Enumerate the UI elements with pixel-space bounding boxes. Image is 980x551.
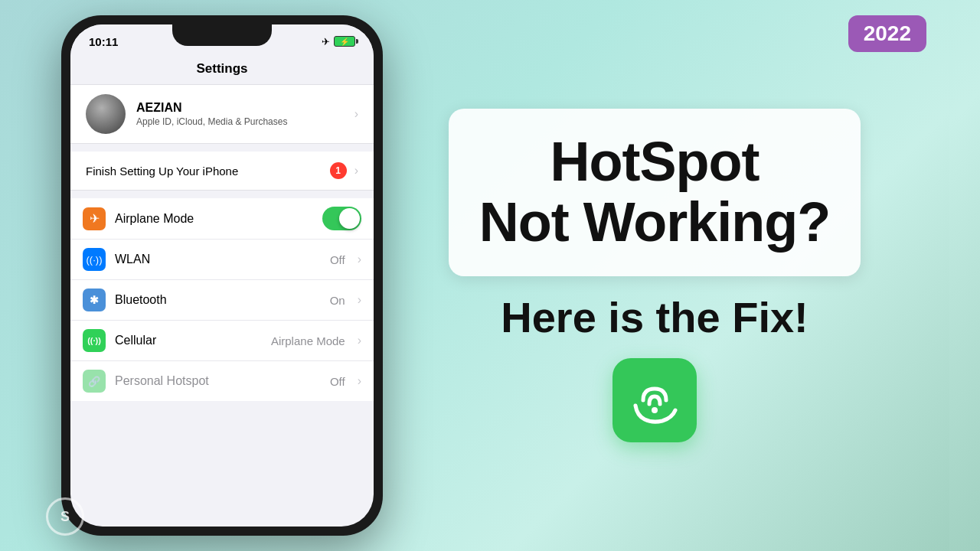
bluetooth-value: On [330,294,345,307]
battery-icon: ⚡ [334,36,355,47]
hotspot-chevron-icon: › [358,374,361,388]
right-panel: HotSpot Not Working? Here is the Fix! [383,109,919,442]
profile-row[interactable]: AEZIAN Apple ID, iCloud, Media & Purchas… [70,85,374,144]
wlan-value: Off [330,253,345,266]
svg-point-0 [652,407,658,413]
settings-section: ✈ Airplane Mode ((·)) WLAN Off › [70,198,374,401]
airplane-mode-toggle[interactable] [322,207,361,230]
finish-setup-badge: 1 [330,162,347,179]
finish-setup-chevron-icon: › [354,164,358,178]
app-icon-svg [628,373,681,427]
cellular-value: Airplane Mode [271,334,345,347]
battery-bolt-icon: ⚡ [340,37,349,46]
bluetooth-label: Bluetooth [115,293,321,307]
airplane-mode-row[interactable]: ✈ Airplane Mode [70,198,374,240]
airplane-mode-label: Airplane Mode [115,212,313,226]
toggle-knob [339,208,360,229]
year-badge: 2022 [848,15,926,52]
bluetooth-chevron-icon: › [358,293,361,307]
title-line2: Not Working? [479,192,831,253]
personal-hotspot-row[interactable]: 🔗 Personal Hotspot Off › [70,361,374,401]
bluetooth-icon: ✱ [83,289,106,311]
finish-setup-row[interactable]: Finish Setting Up Your iPhone 1 › [70,152,374,191]
avatar-image [86,94,126,134]
cellular-label: Cellular [115,334,262,347]
profile-name: AEZIAN [136,101,344,115]
cellular-chevron-icon: › [358,334,361,347]
wlan-row[interactable]: ((·)) WLAN Off › [70,240,374,280]
wlan-icon: ((·)) [83,248,106,271]
phone-screen: 10:11 ✈ ⚡ Settings AEZ [70,24,374,527]
profile-info: AEZIAN Apple ID, iCloud, Media & Purchas… [136,101,344,127]
cellular-row[interactable]: ((·)) Cellular Airplane Mode › [70,321,374,361]
section-spacer-1 [70,144,374,152]
wlan-label: WLAN [115,253,321,266]
wlan-chevron-icon: › [358,253,361,266]
hotspot-label: Personal Hotspot [115,374,321,388]
profile-chevron-icon: › [354,107,358,121]
status-time: 10:11 [89,35,118,48]
airplane-status-icon: ✈ [322,36,330,47]
page-wrapper: 2022 10:11 ✈ ⚡ Settings [31,0,949,551]
cellular-icon: ((·)) [83,329,106,352]
watermark: S [46,497,84,536]
settings-header: Settings [70,55,374,85]
bluetooth-row[interactable]: ✱ Bluetooth On › [70,280,374,321]
phone-container: 10:11 ✈ ⚡ Settings AEZ [61,15,383,536]
finish-setup-label: Finish Setting Up Your iPhone [86,165,322,178]
status-icons: ✈ ⚡ [322,36,355,47]
hotspot-icon: 🔗 [83,370,106,393]
phone-frame: 10:11 ✈ ⚡ Settings AEZ [61,15,383,536]
title-card: HotSpot Not Working? [449,109,861,276]
hotspot-value: Off [330,375,345,388]
phone-notch [172,24,272,46]
fix-text: Here is the Fix! [501,292,808,343]
airplane-mode-icon: ✈ [83,207,106,230]
profile-subtitle: Apple ID, iCloud, Media & Purchases [136,116,344,127]
avatar [86,94,126,134]
app-icon [612,358,697,442]
title-line1: HotSpot [479,132,831,192]
